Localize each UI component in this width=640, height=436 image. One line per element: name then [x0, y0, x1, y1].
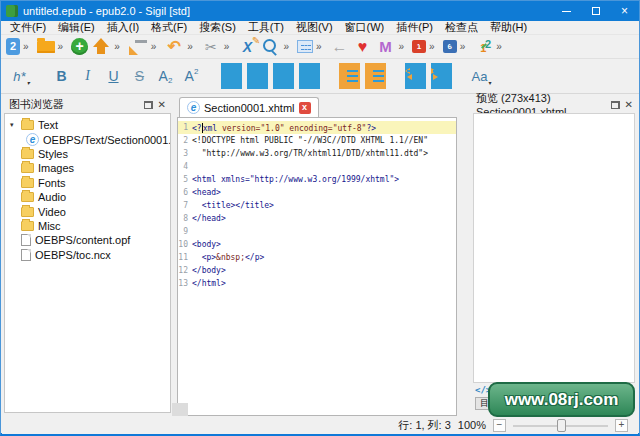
plugin-blue-button[interactable]: 6 — [443, 36, 457, 58]
italic-button[interactable]: I — [77, 63, 98, 89]
code-line-13: 13</html> — [178, 277, 456, 290]
indent-button[interactable] — [431, 63, 452, 89]
save-button[interactable] — [91, 36, 111, 58]
menu-item-6[interactable]: 视图(V) — [290, 21, 339, 34]
toolbar-overflow-chevron[interactable]: » — [429, 41, 435, 52]
align-center-icon — [249, 69, 267, 84]
indent-icon — [433, 69, 451, 84]
toolbar-overflow-chevron[interactable]: » — [224, 41, 230, 52]
code-line-9: 9 — [178, 225, 456, 238]
tree-item-video[interactable]: Video — [5, 204, 170, 218]
align-center-button[interactable] — [247, 63, 268, 89]
bold-button[interactable]: B — [51, 63, 72, 89]
donate-button[interactable]: ♥ — [353, 36, 373, 58]
zoom-in-button[interactable]: + — [615, 419, 628, 432]
float-panel-icon[interactable] — [144, 101, 153, 109]
toolbar-overflow-chevron[interactable]: » — [58, 41, 64, 52]
outdent-button[interactable] — [405, 63, 426, 89]
tab-section0001[interactable]: e Section0001.xhtml x — [179, 97, 319, 117]
mend-code-button[interactable]: X — [237, 36, 257, 58]
menu-item-7[interactable]: 窗口(W) — [339, 21, 391, 34]
metadata-editor-button[interactable]: M — [376, 36, 396, 58]
code-line-4: 4 — [178, 160, 456, 173]
toolbar-overflow-chevron[interactable]: » — [496, 41, 502, 52]
find-replace-button[interactable] — [260, 36, 280, 58]
underline-button[interactable]: U — [103, 63, 124, 89]
toolbar-overflow-chevron[interactable]: » — [23, 41, 29, 52]
plugin-red-button[interactable]: 1 — [412, 36, 426, 58]
tree-item-images[interactable]: Images — [5, 161, 170, 175]
menu-item-0[interactable]: 文件(F) — [4, 21, 52, 34]
menu-item-5[interactable]: 工具(T) — [242, 21, 290, 34]
tree-item-text[interactable]: ▾Text — [5, 118, 170, 132]
align-right-button[interactable] — [273, 63, 294, 89]
tab-label: Section0001.xhtml — [204, 102, 295, 114]
tree-item-styles[interactable]: Styles — [5, 147, 170, 161]
mend-icon: X — [237, 37, 257, 57]
heading-button[interactable]: h*▾ — [11, 63, 32, 89]
undo-icon: ↶ — [164, 37, 184, 57]
tree-item-audio[interactable]: Audio — [5, 190, 170, 204]
folder-icon — [37, 41, 55, 53]
menu-item-8[interactable]: 插件(P) — [390, 21, 439, 34]
subscript-button[interactable]: A2 — [155, 63, 176, 89]
zoom-slider-handle[interactable] — [557, 419, 566, 432]
close-panel-icon[interactable]: ✕ — [625, 100, 633, 110]
code-line-3: 3 "http://www.w3.org/TR/xhtml11/DTD/xhtm… — [178, 147, 456, 160]
file-icon — [21, 234, 31, 246]
numbered-list-button[interactable] — [365, 63, 386, 89]
bold-button-label: B — [56, 68, 66, 84]
back-icon: ← — [330, 37, 350, 57]
add-existing-files-button[interactable]: + — [71, 36, 88, 58]
zoom-out-button[interactable]: − — [493, 419, 506, 432]
toolbar-overflow-chevron[interactable]: » — [187, 41, 193, 52]
back-button[interactable]: ← — [330, 36, 350, 58]
plugred-icon: 1 — [412, 40, 426, 53]
tree-item-misc[interactable]: Misc — [5, 219, 170, 233]
align-left-icon — [223, 69, 241, 84]
align-left-button[interactable] — [221, 63, 242, 89]
tab-close-icon[interactable]: x — [299, 102, 311, 114]
strikethrough-button[interactable]: S — [129, 63, 150, 89]
tree-item-oebps-content-opf[interactable]: OEBPS/content.opf — [5, 233, 170, 247]
marker-icon — [297, 40, 313, 53]
cut-button[interactable]: ✂ — [201, 36, 221, 58]
close-button[interactable]: × — [610, 1, 639, 21]
split-at-cursor-button[interactable] — [128, 36, 148, 58]
menu-item-2[interactable]: 插入(I) — [101, 21, 145, 34]
casing-button[interactable]: Aa▾ — [471, 63, 492, 89]
float-panel-icon[interactable] — [611, 101, 620, 109]
insert-file-button[interactable] — [297, 36, 313, 58]
code-editor[interactable]: 1<?xml version="1.0" encoding="utf-8"?>2… — [177, 117, 457, 416]
toolbar-overflow-chevron[interactable]: » — [283, 41, 289, 52]
maximize-button[interactable] — [581, 1, 610, 21]
menu-item-3[interactable]: 格式(F) — [145, 21, 193, 34]
toolbar-overflow-chevron[interactable]: » — [151, 41, 157, 52]
menu-item-4[interactable]: 搜索(S) — [193, 21, 242, 34]
zoom-percent-label: 100% — [458, 419, 486, 431]
tree-item-oebps-text-section0001-xhtml[interactable]: eOEBPS/Text/Section0001.xhtml — [5, 132, 170, 146]
toolbar-overflow-chevron[interactable]: » — [114, 41, 120, 52]
minimize-button[interactable] — [552, 1, 581, 21]
new-epub2-button[interactable]: 2 — [6, 36, 20, 58]
menu-item-1[interactable]: 编辑(E) — [52, 21, 101, 34]
code-text: <body> — [192, 240, 221, 249]
zoom-slider[interactable] — [513, 419, 608, 432]
align-justify-button[interactable] — [299, 63, 320, 89]
superscript-button[interactable]: A2 — [181, 63, 202, 89]
menu-item-10[interactable]: 帮助(H) — [484, 21, 533, 34]
tree-item-fonts[interactable]: Fonts — [5, 176, 170, 190]
undo-button[interactable]: ↶ — [164, 36, 184, 58]
tree-item-oebps-toc-ncx[interactable]: OEBPS/toc.ncx — [5, 248, 170, 262]
toolbar-overflow-chevron[interactable]: » — [316, 41, 322, 52]
open-file-button[interactable] — [37, 36, 55, 58]
index-editor-button[interactable]: 1 — [473, 36, 493, 58]
expander-icon[interactable]: ▾ — [10, 121, 17, 129]
watermark-text: www.08rj.com — [505, 390, 619, 410]
underline-button-label: U — [108, 68, 118, 84]
bullet-list-button[interactable] — [339, 63, 360, 89]
toolbar-overflow-chevron[interactable]: » — [460, 41, 466, 52]
toolbar-overflow-chevron[interactable]: » — [399, 41, 405, 52]
close-panel-icon[interactable]: ✕ — [158, 100, 166, 110]
menu-item-9[interactable]: 检查点 — [439, 21, 484, 34]
